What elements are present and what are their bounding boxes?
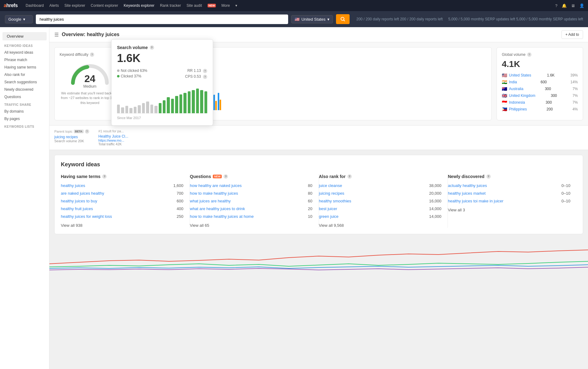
sidebar-item-also-rank-for[interactable]: Also rank for: [0, 71, 49, 78]
ki-link[interactable]: healthy smoothies: [319, 199, 351, 203]
nav-site-audit[interactable]: Site audit: [187, 3, 202, 8]
sv-chart-bar: [179, 94, 182, 113]
ki-link[interactable]: what are healthy juices to drink: [190, 206, 245, 211]
ki-row: what juices are healthy 60: [190, 199, 313, 203]
gv-country-name[interactable]: 🇮🇳 India: [502, 80, 517, 85]
ki-row: how to make healthy juices at home 10: [190, 214, 313, 219]
user-icon[interactable]: 👤: [579, 3, 584, 8]
search-button[interactable]: [336, 14, 350, 24]
ki-link[interactable]: healthy juices to buy: [61, 199, 97, 203]
nav-dashboard[interactable]: Dashboard: [26, 3, 44, 8]
col-help-icon[interactable]: ?: [486, 174, 491, 179]
ki-link[interactable]: juicing recipes: [319, 191, 344, 196]
main-container: Overview KEYWORD IDEAS All keyword ideas…: [0, 27, 588, 369]
sv-chart-bar: [192, 90, 195, 113]
ki-link[interactable]: actually healthy juices: [448, 183, 487, 188]
nav-alerts[interactable]: Alerts: [49, 3, 59, 8]
sv-help-icon[interactable]: ?: [150, 45, 154, 50]
sidebar-item-newly-discovered[interactable]: Newly discovered: [0, 86, 49, 93]
help-icon[interactable]: ?: [555, 3, 557, 8]
rr-help-icon[interactable]: ?: [203, 69, 207, 73]
monitor-icon[interactable]: 🖥: [571, 3, 575, 8]
nav-keywords-explorer[interactable]: Keywords explorer: [124, 3, 154, 8]
ki-link[interactable]: what juices are healthy: [190, 199, 231, 203]
gv-pct: 39%: [570, 73, 578, 77]
gv-country-name[interactable]: 🇮🇩 Indonesia: [502, 100, 525, 105]
ki-view-all[interactable]: View all 3: [448, 208, 570, 212]
col-help-icon[interactable]: ?: [102, 174, 107, 179]
ki-count: 700: [177, 191, 183, 196]
ki-link[interactable]: juice cleanse: [319, 183, 342, 188]
menu-icon[interactable]: ☰: [54, 32, 59, 38]
ki-link[interactable]: healthy juices: [61, 183, 85, 188]
sidebar-item-search-suggestions[interactable]: Search suggestions: [0, 78, 49, 86]
parent-topic-value[interactable]: juicing recipes: [54, 135, 89, 139]
gv-value: 4.1K: [502, 59, 578, 69]
ki-view-all[interactable]: View all 65: [190, 223, 313, 228]
ki-count: 10: [308, 214, 312, 219]
ki-count: 600: [177, 199, 183, 203]
ki-row: healthy smoothies 16,000: [319, 199, 442, 203]
gv-count: 300: [546, 100, 552, 105]
gv-help-icon[interactable]: ?: [527, 52, 531, 57]
sidebar-item-by-domains[interactable]: By domains: [0, 108, 49, 115]
ki-link[interactable]: healthy juices toi make in juicer: [448, 199, 503, 203]
cpc-blue-bar: [218, 93, 219, 110]
search-input[interactable]: [36, 15, 288, 24]
cps-help-icon[interactable]: ?: [203, 75, 207, 79]
ki-link[interactable]: how healthy are naked juices: [190, 183, 242, 188]
ki-view-all[interactable]: View all 9,568: [319, 223, 442, 228]
result-url[interactable]: https://www.mo...: [99, 139, 128, 142]
sidebar-item-phrase-match[interactable]: Phrase match: [0, 56, 49, 64]
ki-link[interactable]: green juice: [319, 214, 339, 219]
nav-content-explorer[interactable]: Content explorer: [91, 3, 118, 8]
sidebar-item-by-pages[interactable]: By pages: [0, 115, 49, 122]
ki-link[interactable]: are naked juices healthy: [61, 191, 104, 196]
more-menu-button[interactable]: More: [221, 3, 230, 8]
ki-link[interactable]: healthy juices market: [448, 191, 485, 196]
col-help-icon[interactable]: ?: [224, 174, 228, 179]
sidebar-item-all-keyword-ideas[interactable]: All keyword ideas: [0, 49, 49, 56]
ki-count: 20: [308, 206, 312, 211]
add-to-button[interactable]: + Add to: [561, 30, 583, 39]
search-engine-select[interactable]: Google ▾: [5, 15, 33, 23]
gv-country-name[interactable]: 🇺🇸 United States: [502, 73, 531, 78]
gv-country-row: 🇺🇸 United States 1.6K 39%: [502, 73, 578, 78]
gv-country-name[interactable]: 🇬🇧 United Kingdom: [502, 93, 535, 98]
sidebar-item-questions[interactable]: Questions: [0, 93, 49, 101]
flag-icon: 🇦🇺: [502, 86, 507, 91]
ki-col-0: Having same terms? healthy juices 1,600 …: [61, 174, 190, 228]
gv-country-name[interactable]: 🇵🇭 Philippines: [502, 107, 527, 112]
kd-help-icon[interactable]: ?: [90, 52, 94, 57]
notifications-icon[interactable]: 🔔: [562, 3, 567, 8]
sidebar-overview[interactable]: Overview: [2, 32, 47, 40]
sidebar-item-having-same-terms[interactable]: Having same terms: [0, 64, 49, 71]
parent-topic-help-icon[interactable]: ?: [85, 129, 89, 134]
site-audit-badge: NEW: [208, 4, 216, 7]
ki-view-all[interactable]: View all 938: [61, 223, 183, 228]
ki-count: 20,000: [429, 191, 441, 196]
country-select[interactable]: 🇺🇸 United States ▾: [291, 15, 333, 23]
flag-icon: 🇮🇳: [502, 80, 507, 85]
nav-rank-tracker[interactable]: Rank tracker: [160, 3, 181, 8]
ki-row: actually healthy juices 0–10: [448, 183, 570, 188]
parent-topic-section: Parent topic BETA ? juicing recipes Sear…: [54, 129, 89, 146]
gv-country-name[interactable]: 🇦🇺 Australia: [502, 86, 523, 91]
col-help-icon[interactable]: ?: [347, 174, 352, 179]
logo[interactable]: ahrefs: [4, 3, 18, 8]
nav-site-explorer[interactable]: Site explorer: [64, 3, 85, 8]
ki-link[interactable]: healthy juices for weight loss: [61, 214, 112, 219]
ki-count: 0–10: [561, 183, 570, 188]
sv-chart-bar: [150, 105, 153, 113]
ki-link[interactable]: best juicer: [319, 206, 337, 211]
ki-count: 60: [308, 199, 312, 203]
cpc-bar-group: [213, 95, 217, 110]
ki-link[interactable]: how to make healthy juices: [190, 191, 238, 196]
ki-link[interactable]: healthy fruit juices: [61, 206, 93, 211]
ki-link[interactable]: how to make healthy juices at home: [190, 214, 254, 219]
sv-chart-bar: [167, 97, 170, 113]
result-link[interactable]: Healthy Juice Cl...: [99, 134, 128, 139]
gv-country-row: 🇬🇧 United Kingdom 300 7%: [502, 93, 578, 98]
gv-card-title: Global volume ?: [502, 52, 578, 57]
keyword-ideas-title: Keyword ideas: [61, 161, 577, 168]
